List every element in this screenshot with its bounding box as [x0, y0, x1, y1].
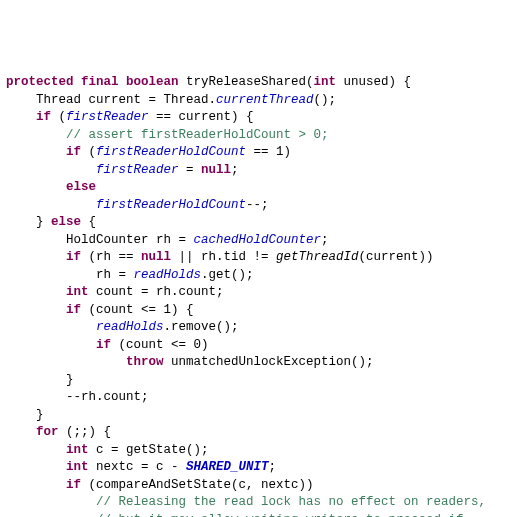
code-line: firstReader = null;	[6, 162, 508, 180]
code-line: // but it may allow waiting writers to p…	[6, 512, 508, 518]
code-line: }	[6, 372, 508, 390]
code-line: if (rh == null || rh.tid != getThreadId(…	[6, 249, 508, 267]
code-line: if (count <= 0)	[6, 337, 508, 355]
code-line: throw unmatchedUnlockException();	[6, 354, 508, 372]
code-line: // assert firstReaderHoldCount > 0;	[6, 127, 508, 145]
code-line: if (firstReader == current) {	[6, 109, 508, 127]
code-line: }	[6, 407, 508, 425]
code-line: readHolds.remove();	[6, 319, 508, 337]
code-line: rh = readHolds.get();	[6, 267, 508, 285]
code-line: firstReaderHoldCount--;	[6, 197, 508, 215]
code-line: if (count <= 1) {	[6, 302, 508, 320]
code-line: if (compareAndSetState(c, nextc))	[6, 477, 508, 495]
code-block: protected final boolean tryReleaseShared…	[6, 74, 508, 517]
code-line: else	[6, 179, 508, 197]
code-line: if (firstReaderHoldCount == 1)	[6, 144, 508, 162]
code-line: --rh.count;	[6, 389, 508, 407]
code-line: } else {	[6, 214, 508, 232]
code-line: protected final boolean tryReleaseShared…	[6, 74, 508, 92]
code-line: Thread current = Thread.currentThread();	[6, 92, 508, 110]
code-line: // Releasing the read lock has no effect…	[6, 494, 508, 512]
code-line: for (;;) {	[6, 424, 508, 442]
code-line: int count = rh.count;	[6, 284, 508, 302]
code-line: int nextc = c - SHARED_UNIT;	[6, 459, 508, 477]
code-line: HoldCounter rh = cachedHoldCounter;	[6, 232, 508, 250]
code-line: int c = getState();	[6, 442, 508, 460]
